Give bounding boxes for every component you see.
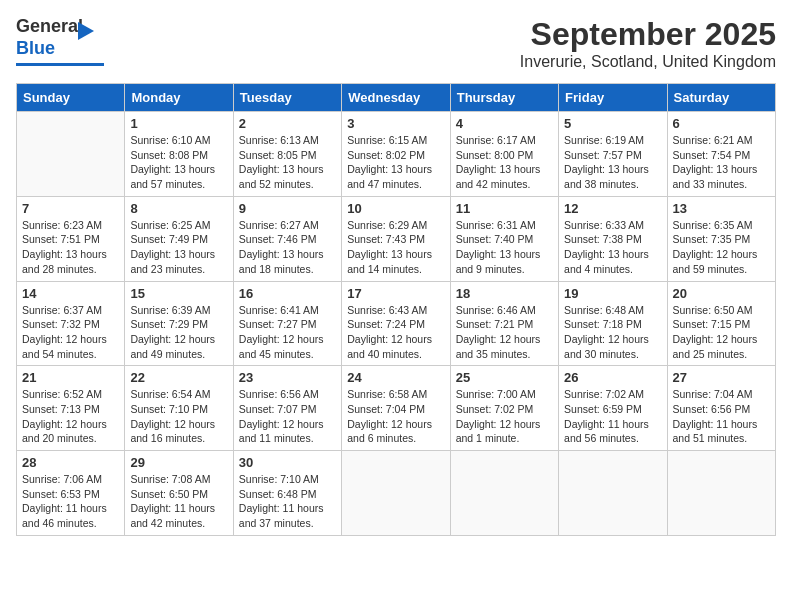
- calendar-cell: 16Sunrise: 6:41 AMSunset: 7:27 PMDayligh…: [233, 281, 341, 366]
- calendar-header-row: SundayMondayTuesdayWednesdayThursdayFrid…: [17, 84, 776, 112]
- day-info: Sunrise: 6:52 AMSunset: 7:13 PMDaylight:…: [22, 387, 119, 446]
- calendar-cell: [342, 451, 450, 536]
- calendar-day-header: Thursday: [450, 84, 558, 112]
- day-info: Sunrise: 6:48 AMSunset: 7:18 PMDaylight:…: [564, 303, 661, 362]
- calendar-cell: 8Sunrise: 6:25 AMSunset: 7:49 PMDaylight…: [125, 196, 233, 281]
- day-info: Sunrise: 7:08 AMSunset: 6:50 PMDaylight:…: [130, 472, 227, 531]
- day-info: Sunrise: 7:10 AMSunset: 6:48 PMDaylight:…: [239, 472, 336, 531]
- page-header: General Blue September 2025 Inverurie, S…: [16, 16, 776, 71]
- day-info: Sunrise: 6:19 AMSunset: 7:57 PMDaylight:…: [564, 133, 661, 192]
- calendar-cell: [667, 451, 775, 536]
- day-info: Sunrise: 6:56 AMSunset: 7:07 PMDaylight:…: [239, 387, 336, 446]
- day-number: 2: [239, 116, 336, 131]
- day-info: Sunrise: 6:54 AMSunset: 7:10 PMDaylight:…: [130, 387, 227, 446]
- logo: General Blue: [16, 16, 106, 66]
- calendar-cell: 4Sunrise: 6:17 AMSunset: 8:00 PMDaylight…: [450, 112, 558, 197]
- day-number: 6: [673, 116, 770, 131]
- day-number: 22: [130, 370, 227, 385]
- calendar-day-header: Sunday: [17, 84, 125, 112]
- day-info: Sunrise: 6:37 AMSunset: 7:32 PMDaylight:…: [22, 303, 119, 362]
- day-number: 16: [239, 286, 336, 301]
- page-title: September 2025: [520, 16, 776, 53]
- day-number: 25: [456, 370, 553, 385]
- calendar-cell: 19Sunrise: 6:48 AMSunset: 7:18 PMDayligh…: [559, 281, 667, 366]
- day-number: 20: [673, 286, 770, 301]
- title-block: September 2025 Inverurie, Scotland, Unit…: [520, 16, 776, 71]
- calendar-week-row: 7Sunrise: 6:23 AMSunset: 7:51 PMDaylight…: [17, 196, 776, 281]
- day-info: Sunrise: 6:58 AMSunset: 7:04 PMDaylight:…: [347, 387, 444, 446]
- calendar-cell: 29Sunrise: 7:08 AMSunset: 6:50 PMDayligh…: [125, 451, 233, 536]
- calendar-cell: [450, 451, 558, 536]
- calendar-week-row: 1Sunrise: 6:10 AMSunset: 8:08 PMDaylight…: [17, 112, 776, 197]
- day-number: 3: [347, 116, 444, 131]
- day-number: 28: [22, 455, 119, 470]
- day-info: Sunrise: 6:17 AMSunset: 8:00 PMDaylight:…: [456, 133, 553, 192]
- day-number: 23: [239, 370, 336, 385]
- calendar-cell: 20Sunrise: 6:50 AMSunset: 7:15 PMDayligh…: [667, 281, 775, 366]
- calendar-cell: 9Sunrise: 6:27 AMSunset: 7:46 PMDaylight…: [233, 196, 341, 281]
- day-number: 30: [239, 455, 336, 470]
- calendar-cell: 26Sunrise: 7:02 AMSunset: 6:59 PMDayligh…: [559, 366, 667, 451]
- calendar-week-row: 28Sunrise: 7:06 AMSunset: 6:53 PMDayligh…: [17, 451, 776, 536]
- day-number: 15: [130, 286, 227, 301]
- day-number: 5: [564, 116, 661, 131]
- day-info: Sunrise: 6:10 AMSunset: 8:08 PMDaylight:…: [130, 133, 227, 192]
- day-info: Sunrise: 7:02 AMSunset: 6:59 PMDaylight:…: [564, 387, 661, 446]
- calendar-table: SundayMondayTuesdayWednesdayThursdayFrid…: [16, 83, 776, 536]
- day-number: 8: [130, 201, 227, 216]
- day-number: 12: [564, 201, 661, 216]
- calendar-cell: 17Sunrise: 6:43 AMSunset: 7:24 PMDayligh…: [342, 281, 450, 366]
- page-subtitle: Inverurie, Scotland, United Kingdom: [520, 53, 776, 71]
- day-info: Sunrise: 6:35 AMSunset: 7:35 PMDaylight:…: [673, 218, 770, 277]
- calendar-cell: 23Sunrise: 6:56 AMSunset: 7:07 PMDayligh…: [233, 366, 341, 451]
- day-info: Sunrise: 7:04 AMSunset: 6:56 PMDaylight:…: [673, 387, 770, 446]
- day-info: Sunrise: 6:23 AMSunset: 7:51 PMDaylight:…: [22, 218, 119, 277]
- calendar-week-row: 14Sunrise: 6:37 AMSunset: 7:32 PMDayligh…: [17, 281, 776, 366]
- calendar-day-header: Wednesday: [342, 84, 450, 112]
- logo-underline: [16, 63, 104, 66]
- day-number: 4: [456, 116, 553, 131]
- day-info: Sunrise: 7:06 AMSunset: 6:53 PMDaylight:…: [22, 472, 119, 531]
- day-info: Sunrise: 6:27 AMSunset: 7:46 PMDaylight:…: [239, 218, 336, 277]
- calendar-cell: 14Sunrise: 6:37 AMSunset: 7:32 PMDayligh…: [17, 281, 125, 366]
- calendar-cell: 22Sunrise: 6:54 AMSunset: 7:10 PMDayligh…: [125, 366, 233, 451]
- day-info: Sunrise: 7:00 AMSunset: 7:02 PMDaylight:…: [456, 387, 553, 446]
- logo-arrow: [78, 22, 94, 40]
- day-info: Sunrise: 6:29 AMSunset: 7:43 PMDaylight:…: [347, 218, 444, 277]
- day-number: 24: [347, 370, 444, 385]
- calendar-cell: 11Sunrise: 6:31 AMSunset: 7:40 PMDayligh…: [450, 196, 558, 281]
- day-number: 13: [673, 201, 770, 216]
- calendar-day-header: Monday: [125, 84, 233, 112]
- calendar-cell: 15Sunrise: 6:39 AMSunset: 7:29 PMDayligh…: [125, 281, 233, 366]
- day-number: 10: [347, 201, 444, 216]
- day-info: Sunrise: 6:21 AMSunset: 7:54 PMDaylight:…: [673, 133, 770, 192]
- day-number: 7: [22, 201, 119, 216]
- calendar-cell: 3Sunrise: 6:15 AMSunset: 8:02 PMDaylight…: [342, 112, 450, 197]
- day-number: 27: [673, 370, 770, 385]
- calendar-cell: 10Sunrise: 6:29 AMSunset: 7:43 PMDayligh…: [342, 196, 450, 281]
- day-info: Sunrise: 6:39 AMSunset: 7:29 PMDaylight:…: [130, 303, 227, 362]
- day-number: 11: [456, 201, 553, 216]
- day-info: Sunrise: 6:15 AMSunset: 8:02 PMDaylight:…: [347, 133, 444, 192]
- calendar-cell: 25Sunrise: 7:00 AMSunset: 7:02 PMDayligh…: [450, 366, 558, 451]
- calendar-day-header: Friday: [559, 84, 667, 112]
- calendar-cell: 6Sunrise: 6:21 AMSunset: 7:54 PMDaylight…: [667, 112, 775, 197]
- calendar-cell: 2Sunrise: 6:13 AMSunset: 8:05 PMDaylight…: [233, 112, 341, 197]
- day-number: 1: [130, 116, 227, 131]
- calendar-cell: 7Sunrise: 6:23 AMSunset: 7:51 PMDaylight…: [17, 196, 125, 281]
- calendar-cell: 24Sunrise: 6:58 AMSunset: 7:04 PMDayligh…: [342, 366, 450, 451]
- calendar-cell: 21Sunrise: 6:52 AMSunset: 7:13 PMDayligh…: [17, 366, 125, 451]
- day-info: Sunrise: 6:33 AMSunset: 7:38 PMDaylight:…: [564, 218, 661, 277]
- calendar-cell: 1Sunrise: 6:10 AMSunset: 8:08 PMDaylight…: [125, 112, 233, 197]
- day-info: Sunrise: 6:25 AMSunset: 7:49 PMDaylight:…: [130, 218, 227, 277]
- day-number: 17: [347, 286, 444, 301]
- logo-general: General: [16, 16, 83, 37]
- calendar-cell: 27Sunrise: 7:04 AMSunset: 6:56 PMDayligh…: [667, 366, 775, 451]
- calendar-cell: 5Sunrise: 6:19 AMSunset: 7:57 PMDaylight…: [559, 112, 667, 197]
- day-number: 29: [130, 455, 227, 470]
- calendar-day-header: Tuesday: [233, 84, 341, 112]
- logo-blue: Blue: [16, 38, 55, 59]
- day-info: Sunrise: 6:50 AMSunset: 7:15 PMDaylight:…: [673, 303, 770, 362]
- day-number: 9: [239, 201, 336, 216]
- calendar-cell: 13Sunrise: 6:35 AMSunset: 7:35 PMDayligh…: [667, 196, 775, 281]
